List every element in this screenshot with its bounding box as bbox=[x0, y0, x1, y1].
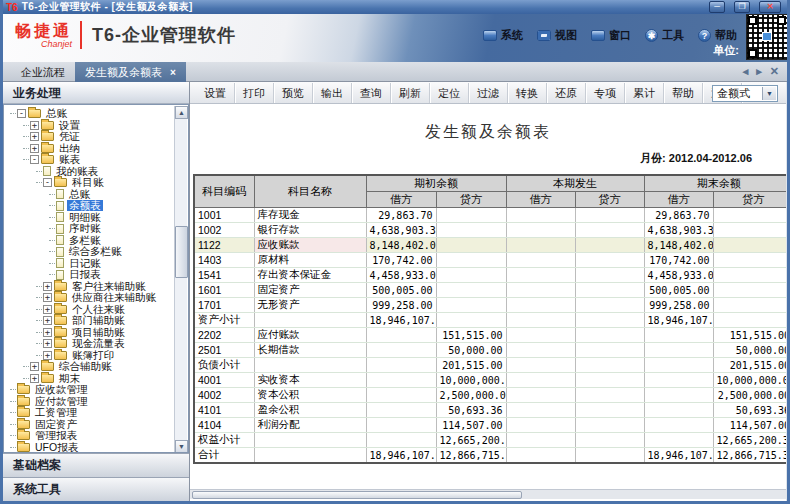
toolbar-button-定位[interactable]: 定位 bbox=[430, 83, 469, 103]
cell-amount[interactable] bbox=[436, 313, 506, 328]
cell-amount[interactable] bbox=[436, 223, 506, 238]
cell-amount[interactable]: 8,148,402.00 bbox=[366, 238, 436, 253]
cell-code[interactable]: 负债小计 bbox=[194, 358, 254, 373]
menu-item-帮助[interactable]: ?帮助 bbox=[698, 28, 737, 43]
cell-amount[interactable] bbox=[366, 343, 436, 358]
cell-amount[interactable] bbox=[506, 388, 575, 403]
cell-amount[interactable] bbox=[436, 208, 506, 223]
cell-name[interactable]: 原材料 bbox=[254, 253, 366, 268]
tree-item-期末[interactable]: +期末 bbox=[6, 373, 188, 385]
toolbar-button-累计[interactable]: 累计 bbox=[625, 83, 664, 103]
tree-item-凭证[interactable]: +凭证 bbox=[6, 131, 188, 143]
toolbar-button-刷新[interactable]: 刷新 bbox=[391, 83, 430, 103]
cell-name[interactable] bbox=[254, 433, 366, 448]
cell-code[interactable]: 4002 bbox=[194, 388, 254, 403]
cell-code[interactable]: 2202 bbox=[194, 328, 254, 343]
cell-name[interactable]: 银行存款 bbox=[254, 223, 366, 238]
cell-amount[interactable] bbox=[713, 253, 786, 268]
cell-amount[interactable] bbox=[436, 268, 506, 283]
cell-name[interactable]: 实收资本 bbox=[254, 373, 366, 388]
cell-amount[interactable]: 18,946,107.00 bbox=[366, 313, 436, 328]
cell-name[interactable]: 存出资本保证金 bbox=[254, 268, 366, 283]
scroll-down-icon[interactable]: ▼ bbox=[175, 440, 188, 453]
cell-code[interactable]: 4101 bbox=[194, 403, 254, 418]
horizontal-scrollbar[interactable] bbox=[190, 489, 786, 499]
cell-amount[interactable] bbox=[436, 298, 506, 313]
cell-amount[interactable] bbox=[713, 208, 786, 223]
cell-amount[interactable] bbox=[644, 388, 713, 403]
cell-amount[interactable] bbox=[644, 343, 713, 358]
expand-icon[interactable]: + bbox=[30, 121, 39, 130]
cell-amount[interactable]: 50,000.00 bbox=[436, 343, 506, 358]
toolbar-button-专项[interactable]: 专项 bbox=[586, 83, 625, 103]
cell-amount[interactable] bbox=[575, 328, 644, 343]
tab-scroll-right-icon[interactable]: ▸ bbox=[756, 65, 762, 78]
cell-amount[interactable]: 201,515.00 bbox=[713, 358, 786, 373]
scroll-up-icon[interactable]: ▲ bbox=[175, 106, 188, 119]
cell-amount[interactable]: 999,258.00 bbox=[644, 298, 713, 313]
table-row[interactable]: 2202应付账款151,515.00151,515.00 bbox=[194, 328, 786, 343]
expand-icon[interactable]: + bbox=[43, 305, 52, 314]
cell-code[interactable]: 合计 bbox=[194, 448, 254, 464]
cell-amount[interactable] bbox=[436, 238, 506, 253]
cell-name[interactable]: 无形资产 bbox=[254, 298, 366, 313]
toolbar-button-设置[interactable]: 设置 bbox=[196, 83, 235, 103]
cell-name[interactable]: 应收账款 bbox=[254, 238, 366, 253]
cell-amount[interactable] bbox=[575, 388, 644, 403]
tree-item-部门辅助账[interactable]: +部门辅助账 bbox=[6, 315, 188, 327]
cell-name[interactable] bbox=[254, 313, 366, 328]
expand-icon[interactable]: + bbox=[30, 144, 39, 153]
table-row[interactable]: 合计18,946,107.0012,866,715.3618,946,107.0… bbox=[194, 448, 786, 464]
tree-item-UFO报表[interactable]: UFO报表 bbox=[6, 442, 188, 454]
tree-item-日报表[interactable]: 日报表 bbox=[6, 269, 188, 281]
sidebar-section-system-tools[interactable]: 系统工具 bbox=[3, 477, 189, 501]
cell-amount[interactable]: 29,863.70 bbox=[644, 208, 713, 223]
close-button[interactable]: ✕ bbox=[759, 1, 781, 13]
table-row[interactable]: 4101盈余公积50,693.3650,693.36 bbox=[194, 403, 786, 418]
toolbar-button-帮助[interactable]: 帮助 bbox=[664, 83, 703, 103]
expand-icon[interactable]: + bbox=[43, 328, 52, 337]
cell-amount[interactable] bbox=[713, 283, 786, 298]
minimize-button[interactable]: ─ bbox=[709, 1, 725, 13]
cell-code[interactable]: 权益小计 bbox=[194, 433, 254, 448]
tab-balance-sheet[interactable]: 发生额及余额表× bbox=[75, 62, 186, 82]
cell-amount[interactable] bbox=[506, 418, 575, 433]
cell-amount[interactable] bbox=[575, 253, 644, 268]
cell-amount[interactable] bbox=[644, 328, 713, 343]
table-row[interactable]: 负债小计201,515.00201,515.00 bbox=[194, 358, 786, 373]
sidebar-section-basic-archives[interactable]: 基础档案 bbox=[3, 453, 189, 477]
scrollbar-thumb[interactable] bbox=[192, 491, 522, 499]
cell-amount[interactable]: 8,148,402.00 bbox=[644, 238, 713, 253]
cell-amount[interactable] bbox=[506, 223, 575, 238]
cell-amount[interactable] bbox=[366, 358, 436, 373]
cell-amount[interactable] bbox=[506, 253, 575, 268]
cell-amount[interactable] bbox=[506, 313, 575, 328]
cell-amount[interactable] bbox=[575, 373, 644, 388]
tree-item-余额表[interactable]: 余额表 bbox=[6, 200, 188, 212]
tree-item-综合辅助账[interactable]: +综合辅助账 bbox=[6, 361, 188, 373]
cell-amount[interactable]: 201,515.00 bbox=[436, 358, 506, 373]
cell-amount[interactable]: 114,507.00 bbox=[713, 418, 786, 433]
cell-code[interactable]: 1601 bbox=[194, 283, 254, 298]
cell-amount[interactable] bbox=[366, 328, 436, 343]
tree-item-供应商往来辅助账[interactable]: +供应商往来辅助账 bbox=[6, 292, 188, 304]
cell-name[interactable]: 库存现金 bbox=[254, 208, 366, 223]
tree-item-管理报表[interactable]: 管理报表 bbox=[6, 430, 188, 442]
table-row[interactable]: 1002银行存款4,638,903.304,638,903.30 bbox=[194, 223, 786, 238]
cell-amount[interactable] bbox=[575, 418, 644, 433]
tree-item-出纳[interactable]: +出纳 bbox=[6, 143, 188, 155]
cell-amount[interactable]: 29,863.70 bbox=[366, 208, 436, 223]
cell-amount[interactable]: 170,742.00 bbox=[644, 253, 713, 268]
cell-amount[interactable]: 12,866,715.36 bbox=[713, 448, 786, 464]
menu-item-视图[interactable]: 视图 bbox=[537, 28, 577, 43]
tab-close-icon[interactable]: × bbox=[170, 67, 176, 78]
toolbar-button-打印[interactable]: 打印 bbox=[235, 83, 274, 103]
cell-amount[interactable] bbox=[366, 403, 436, 418]
sidebar-header-business[interactable]: 业务处理 bbox=[3, 82, 189, 104]
collapse-icon[interactable]: - bbox=[30, 155, 39, 164]
cell-code[interactable]: 1002 bbox=[194, 223, 254, 238]
cell-amount[interactable] bbox=[575, 238, 644, 253]
toolbar-button-预览[interactable]: 预览 bbox=[274, 83, 313, 103]
cell-amount[interactable] bbox=[713, 298, 786, 313]
cell-code[interactable]: 2501 bbox=[194, 343, 254, 358]
